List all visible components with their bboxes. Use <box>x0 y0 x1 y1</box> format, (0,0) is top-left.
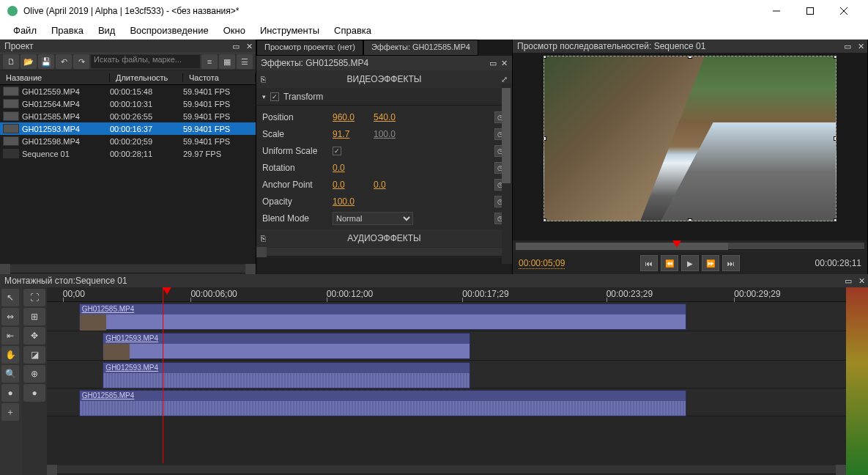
resize-handle-tr[interactable] <box>834 56 837 59</box>
position-x-value[interactable]: 960.0 <box>333 112 369 122</box>
menu-tools[interactable]: Инструменты <box>253 22 327 39</box>
file-row[interactable]: GH012598.MP4 00:00:20;59 59.9401 FPS <box>0 135 256 147</box>
file-row[interactable]: GH012585.MP4 00:00:26:55 59.9401 FPS <box>0 110 256 122</box>
play-button[interactable]: ▶ <box>681 255 699 271</box>
close-button[interactable] <box>827 0 861 22</box>
anchor-x-value[interactable]: 0.0 <box>333 180 369 190</box>
column-framerate[interactable]: Частота <box>183 73 256 82</box>
timeline-clip[interactable]: GH012585.MP4 <box>79 303 686 330</box>
record-tool-2[interactable]: ● <box>23 384 45 402</box>
forward-button[interactable]: ⏩ <box>702 255 719 271</box>
pointer-tool[interactable]: ↖ <box>1 289 19 306</box>
resize-handle-bl[interactable] <box>544 218 546 221</box>
file-row[interactable]: Sequence 01 00:00:28;11 29.97 FPS <box>0 147 256 160</box>
tab-project-viewer[interactable]: Просмотр проекта: (нет) <box>256 40 363 56</box>
panel-close-icon[interactable]: ✕ <box>858 276 865 286</box>
view-grid-button[interactable]: ▦ <box>219 54 235 69</box>
save-button[interactable]: 💾 <box>38 54 54 69</box>
timeline-body[interactable]: 00;0000:00:06;0000:00:12;0000:00:17;2900… <box>47 287 846 475</box>
audio-track-1[interactable]: GH012593.MP4 <box>47 361 846 389</box>
menu-file[interactable]: Файл <box>6 22 44 39</box>
ripple-tool[interactable]: ⇤ <box>1 327 19 345</box>
viewer-canvas[interactable] <box>513 53 867 240</box>
scroll-track[interactable] <box>10 265 245 273</box>
zoom-tool-2[interactable]: ⊕ <box>23 365 45 383</box>
resize-handle-bm[interactable] <box>688 218 692 221</box>
resize-handle-br[interactable] <box>834 218 837 221</box>
column-name[interactable]: Название <box>0 73 110 82</box>
tab-effects[interactable]: Эффекты: GH012585.MP4 <box>363 40 478 56</box>
edit-tool[interactable]: ⇔ <box>1 308 19 325</box>
scroll-right-icon[interactable] <box>245 264 256 274</box>
resize-handle-tm[interactable] <box>688 56 692 59</box>
file-row[interactable]: GH012593.MP4 00:00:16:37 59.9401 FPS <box>0 122 256 135</box>
search-input[interactable]: Искать файлы, марке... <box>91 55 200 68</box>
scroll-track[interactable] <box>57 465 836 474</box>
rewind-button[interactable]: ⏪ <box>661 255 678 271</box>
scroll-track[interactable] <box>267 248 502 257</box>
panel-close-icon[interactable]: ✕ <box>501 59 508 68</box>
view-tree-button[interactable]: ≡ <box>201 54 218 69</box>
transform-effect-row[interactable]: ▾ ✓ Transform <box>256 88 512 106</box>
redo-button[interactable]: ↷ <box>73 54 89 69</box>
panel-close-icon[interactable]: ✕ <box>858 42 864 51</box>
marquee-tool[interactable]: ⛶ <box>23 289 45 306</box>
project-hscroll[interactable] <box>0 264 256 274</box>
add-tool[interactable]: ＋ <box>1 403 19 421</box>
add-effect-icon[interactable]: ⎘ <box>261 234 266 243</box>
undo-button[interactable]: ↶ <box>56 54 72 69</box>
panel-close-icon[interactable]: ✕ <box>246 42 253 51</box>
chevron-down-icon[interactable]: ▾ <box>262 93 266 100</box>
video-frame[interactable] <box>544 56 837 221</box>
file-row[interactable]: GH012559.MP4 00:00:15:48 59.9401 FPS <box>0 85 256 97</box>
view-list-button[interactable]: ☰ <box>237 54 253 69</box>
open-button[interactable]: 📂 <box>21 54 37 69</box>
scale-y-value[interactable]: 100.0 <box>374 129 410 139</box>
scale-x-value[interactable]: 91.7 <box>333 129 369 139</box>
scroll-left-icon[interactable] <box>47 465 57 475</box>
blend-mode-select[interactable]: Normal <box>333 212 413 225</box>
scroll-left-icon[interactable] <box>0 264 10 274</box>
go-start-button[interactable]: ⏮ <box>640 255 658 271</box>
add-effect-icon[interactable]: ⎘ <box>261 75 266 84</box>
resize-handle-ml[interactable] <box>544 136 546 141</box>
resize-handle-tl[interactable] <box>544 56 546 59</box>
zoom-tool[interactable]: 🔍 <box>1 365 19 383</box>
file-row[interactable]: GH012564.MP4 00:00:10:31 59.9401 FPS <box>0 97 256 110</box>
menu-help[interactable]: Справка <box>327 22 379 39</box>
maximize-button[interactable] <box>793 0 827 22</box>
panel-maximize-icon[interactable]: ▭ <box>232 42 240 51</box>
viewer-timeline[interactable] <box>513 240 867 252</box>
record-tool[interactable]: ● <box>1 384 19 402</box>
column-duration[interactable]: Длительность <box>110 73 183 82</box>
position-y-value[interactable]: 540.0 <box>374 112 410 122</box>
current-timecode[interactable]: 00:00:05;09 <box>519 258 565 269</box>
audio-track-2[interactable]: GH012585.MP4 <box>47 389 846 416</box>
timeline-ruler[interactable]: 00;0000:00:06;0000:00:12;0000:00:17;2900… <box>47 287 846 302</box>
opacity-value[interactable]: 100.0 <box>333 196 369 207</box>
video-track-2[interactable]: GH012593.MP4 <box>47 331 846 361</box>
timeline-playhead[interactable] <box>163 287 163 463</box>
uniform-scale-checkbox[interactable]: ✓ <box>333 147 341 155</box>
timeline-hscroll[interactable] <box>47 465 846 475</box>
scroll-right-icon[interactable] <box>836 465 846 475</box>
ruler-playhead-icon[interactable] <box>163 287 171 295</box>
minimize-button[interactable] <box>760 0 793 22</box>
menu-edit[interactable]: Правка <box>44 22 91 39</box>
go-end-button[interactable]: ⏭ <box>722 255 740 271</box>
project-file-list[interactable]: GH012559.MP4 00:00:15:48 59.9401 FPS GH0… <box>0 85 256 264</box>
playhead-marker-icon[interactable] <box>672 240 681 248</box>
scroll-left-icon[interactable] <box>256 247 267 257</box>
menu-view[interactable]: Вид <box>91 22 123 39</box>
new-button[interactable]: 🗋 <box>3 54 19 69</box>
effects-hscroll[interactable] <box>256 247 512 257</box>
move-tool[interactable]: ✥ <box>23 327 45 345</box>
timeline-clip[interactable]: GH012593.MP4 <box>103 333 470 359</box>
video-track-1[interactable]: GH012585.MP4 <box>47 302 846 331</box>
menu-playback[interactable]: Воспроизведение <box>122 22 215 39</box>
panel-maximize-icon[interactable]: ▭ <box>489 59 497 68</box>
panel-maximize-icon[interactable]: ▭ <box>845 276 852 286</box>
timeline-clip[interactable]: GH012585.MP4 <box>79 390 686 416</box>
resize-handle-mr[interactable] <box>834 136 837 141</box>
reset-effect-icon[interactable]: ⤢ <box>501 75 508 84</box>
